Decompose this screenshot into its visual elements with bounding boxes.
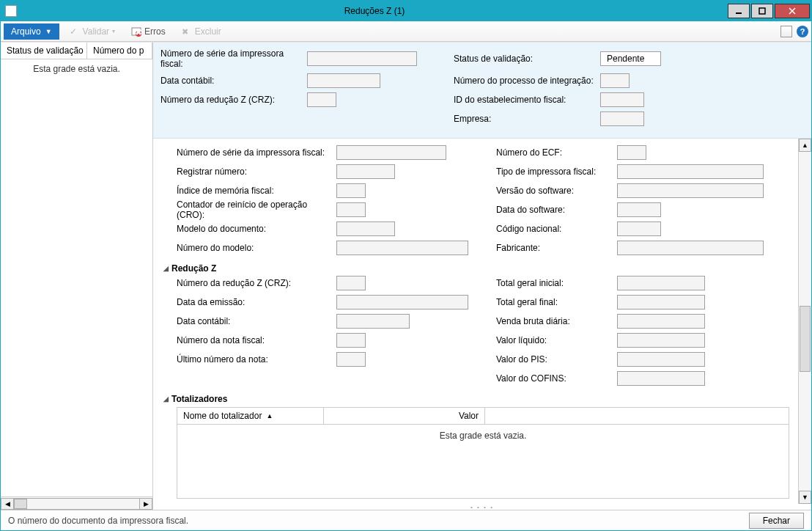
fld-rz-crz[interactable] — [336, 276, 366, 290]
hdr-estab-label: ID do estabelecimento fiscal: — [454, 92, 600, 107]
fld-swdate[interactable] — [617, 202, 661, 217]
header-area: Número de série da impressora fiscal: St… — [153, 43, 811, 139]
body: Status de validação Número do p Esta gra… — [1, 42, 811, 510]
scroll-right-button[interactable]: ▶ — [139, 498, 152, 510]
hdr-serie-input[interactable] — [307, 51, 417, 66]
lbl-totini: Total geral inicial: — [496, 278, 617, 288]
fld-valorpis[interactable] — [617, 352, 705, 367]
file-menu-button[interactable]: Arquivo ▼ — [4, 23, 59, 40]
sort-asc-icon: ▲ — [266, 412, 273, 420]
left-col-numero[interactable]: Número do p — [87, 43, 152, 59]
fld-cro[interactable] — [336, 202, 366, 217]
svg-rect-1 — [759, 8, 765, 14]
left-grid-empty: Esta grade está vazia. — [1, 59, 152, 497]
check-icon — [70, 26, 80, 37]
hdr-empresa-input[interactable] — [600, 111, 644, 126]
totalizadores-header[interactable]: ◢ Totalizadores — [163, 394, 789, 404]
tot-empty: Esta grade está vazia. — [177, 425, 789, 498]
fld-totfin[interactable] — [617, 295, 705, 310]
hdr-empresa-label: Empresa: — [454, 111, 600, 126]
scroll-left-button[interactable]: ◀ — [1, 498, 14, 510]
lbl-codnac: Código nacional: — [496, 224, 617, 234]
fld-nummodelo[interactable] — [336, 241, 468, 255]
help-icon[interactable]: ? — [797, 26, 808, 37]
close-window-button[interactable]: Fechar — [749, 513, 804, 529]
lbl-totfin: Total geral final: — [496, 297, 617, 307]
lbl-valorcofins: Valor do COFINS: — [496, 373, 617, 384]
fld-ecf[interactable] — [617, 145, 646, 160]
scroll-down-button[interactable]: ▼ — [799, 491, 811, 504]
delete-button[interactable]: Excluir — [176, 23, 227, 40]
lbl-tipoimpr: Tipo de impressora fiscal: — [496, 166, 617, 177]
collapse-icon: ◢ — [163, 265, 169, 272]
hdr-crz-label: Número da redução Z (CRZ): — [160, 92, 307, 107]
lbl-rz-crz: Número da redução Z (CRZ): — [177, 278, 336, 288]
fld-valorcofins[interactable] — [617, 371, 705, 386]
fld-swver[interactable] — [617, 183, 764, 198]
status-message: O número do documento da impressora fisc… — [8, 516, 742, 526]
vscroll-track[interactable] — [799, 152, 811, 491]
lbl-valorpis: Valor do PIS: — [496, 354, 617, 365]
lbl-swdate: Data do software: — [496, 205, 617, 215]
fld-tipoimpr[interactable] — [617, 164, 764, 179]
totalizadores-table: Nome do totalizador ▲ Valor Esta grade e… — [177, 407, 789, 499]
errors-button[interactable]: ✖ Erros — [125, 23, 171, 40]
fld-ultnota[interactable] — [336, 352, 366, 367]
hdr-serie-label: Número de série da impressora fiscal: — [160, 48, 307, 69]
hdr-procinteg-input[interactable] — [600, 73, 630, 88]
vscrollbar[interactable]: ▲ ▼ — [798, 139, 811, 504]
hdr-crz-input[interactable] — [307, 92, 336, 107]
fld-regnum[interactable] — [336, 164, 395, 179]
scroll-up-button[interactable]: ▲ — [799, 139, 811, 152]
scroll-track[interactable] — [14, 498, 139, 510]
left-col-status[interactable]: Status de validação — [1, 43, 87, 59]
fld-serie[interactable] — [336, 145, 446, 160]
hdr-estab-input[interactable] — [600, 92, 644, 107]
collapse-icon: ◢ — [163, 395, 169, 403]
lbl-nummodelo: Número do modelo: — [177, 243, 336, 253]
svg-text:✖: ✖ — [135, 27, 141, 37]
left-hscrollbar[interactable]: ◀ ▶ — [1, 497, 152, 510]
reducao-z-section: ◢ Redução Z Número da redução Z (CRZ): T… — [163, 263, 789, 388]
hdr-datacont-input[interactable] — [307, 73, 380, 88]
fld-modelodoc[interactable] — [336, 221, 395, 236]
fld-dataemis[interactable] — [336, 295, 468, 310]
lbl-regnum: Registrar número: — [177, 166, 336, 177]
left-grid-header: Status de validação Número do p — [1, 43, 152, 59]
app-icon — [5, 5, 17, 17]
chevron-down-icon: ▼ — [45, 28, 52, 35]
fld-fabricante[interactable] — [617, 241, 764, 255]
fld-memidx[interactable] — [336, 183, 366, 198]
lbl-serie: Número de série da impressora fiscal: — [177, 147, 336, 158]
toolbar: Arquivo ▼ Validar ▾ ✖ Erros Excluir ? — [1, 21, 811, 42]
resize-grip[interactable]: • • • • — [153, 504, 811, 510]
fld-rz-datacont[interactable] — [336, 314, 410, 329]
fld-totini[interactable] — [617, 276, 705, 290]
maximize-button[interactable] — [751, 4, 773, 18]
titlebar: Reduções Z (1) — [1, 1, 811, 21]
fld-codnac[interactable] — [617, 221, 661, 236]
lbl-cro: Contador de reinício de operação (CRO): — [177, 199, 336, 220]
statusbar: O número do documento da impressora fisc… — [1, 510, 811, 530]
vscroll-thumb[interactable] — [800, 306, 811, 372]
errors-label: Erros — [144, 26, 166, 37]
chevron-down-icon: ▾ — [112, 28, 115, 34]
close-button[interactable] — [775, 4, 810, 18]
lbl-ultnota: Último número da nota: — [177, 354, 336, 365]
fld-valorliq[interactable] — [617, 333, 705, 348]
minimize-button[interactable] — [728, 4, 750, 18]
scroll-thumb[interactable] — [14, 499, 27, 509]
tot-col-valor[interactable]: Valor — [324, 408, 485, 424]
hdr-datacont-label: Data contábil: — [160, 73, 307, 88]
reducao-z-header[interactable]: ◢ Redução Z — [163, 263, 789, 274]
lbl-rz-datacont: Data contábil: — [177, 316, 336, 326]
window-title: Reduções Z (1) — [21, 6, 728, 16]
validate-button[interactable]: Validar ▾ — [64, 23, 121, 40]
panel-icon[interactable] — [780, 26, 792, 37]
tot-col-nome[interactable]: Nome do totalizador ▲ — [177, 408, 324, 424]
fld-numnf[interactable] — [336, 333, 366, 348]
lbl-swver: Versão do software: — [496, 186, 617, 196]
lbl-fabricante: Fabricante: — [496, 243, 617, 253]
fld-vendabruta[interactable] — [617, 314, 705, 329]
file-menu-label: Arquivo — [11, 26, 41, 37]
